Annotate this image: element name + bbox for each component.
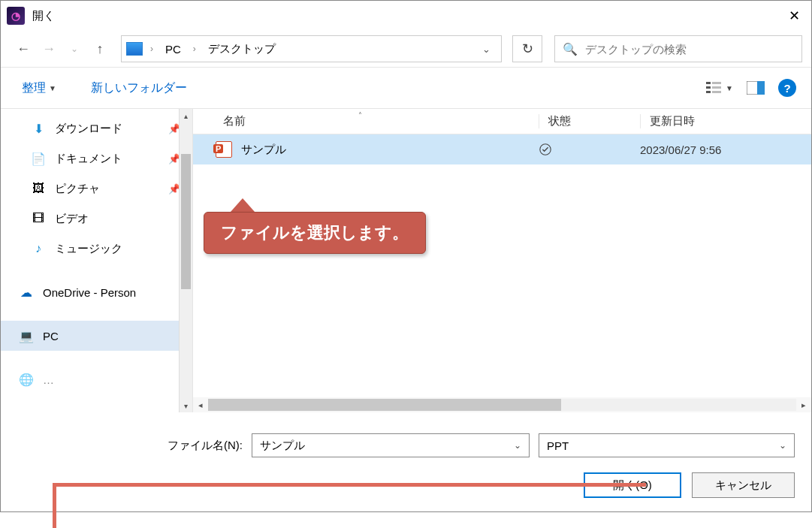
sidebar-item-label: ミュージック [55, 242, 122, 256]
pc-icon: 💻 [19, 328, 34, 343]
filetype-filter[interactable]: PPT ⌄ [539, 433, 795, 457]
onedrive-icon: ☁ [19, 285, 34, 300]
search-box[interactable]: 🔍 [554, 35, 802, 62]
videos-icon: 🎞 [31, 211, 46, 226]
crumb-location[interactable]: デスクトップ [204, 41, 280, 58]
horizontal-scrollbar[interactable]: ◂ ▸ [193, 397, 811, 412]
cancel-button[interactable]: キャンセル [692, 472, 795, 498]
body: ⬇ ダウンロード 📌 📄 ドキュメント 📌 🖼 ピクチャ 📌 🎞 ビデオ ♪ ミ… [1, 109, 811, 412]
synced-check-icon [539, 143, 552, 156]
scroll-track[interactable] [208, 399, 796, 411]
filter-value: PPT [547, 439, 569, 452]
powerpoint-icon [216, 141, 232, 158]
music-icon: ♪ [31, 241, 46, 256]
sidebar-item-videos[interactable]: 🎞 ビデオ [1, 204, 192, 234]
sidebar-item-onedrive[interactable]: ☁ OneDrive - Person [1, 277, 192, 307]
downloads-icon: ⬇ [31, 121, 46, 136]
file-name: サンプル [241, 143, 286, 157]
callout-text: ファイルを選択します。 [204, 212, 426, 254]
open-button[interactable]: 開く(O) [584, 472, 681, 498]
help-button[interactable]: ? [778, 79, 796, 97]
forward-button[interactable]: → [38, 38, 59, 59]
scroll-thumb[interactable] [208, 399, 561, 411]
scroll-down-icon[interactable]: ▾ [180, 399, 192, 412]
network-icon: 🌐 [19, 372, 34, 387]
scroll-left-icon[interactable]: ◂ [193, 400, 208, 410]
svg-rect-0 [706, 82, 711, 84]
titlebar: ◔ 開く ✕ [1, 1, 811, 31]
new-folder-button[interactable]: 新しいフォルダー [85, 76, 193, 101]
sidebar-item-label: ドキュメント [55, 152, 122, 166]
annotation-callout: ファイルを選択します。 [204, 198, 426, 254]
file-list: サンプル 2023/06/27 9:56 ファイルを選択します。 [193, 134, 811, 397]
svg-rect-2 [706, 91, 711, 93]
chevron-down-icon[interactable]: ⌄ [514, 440, 521, 451]
sidebar: ⬇ ダウンロード 📌 📄 ドキュメント 📌 🖼 ピクチャ 📌 🎞 ビデオ ♪ ミ… [1, 109, 193, 412]
chevron-down-icon: ▼ [49, 84, 56, 92]
toolbar: 整理 ▼ 新しいフォルダー ▼ ? [1, 67, 811, 109]
breadcrumb[interactable]: › PC › デスクトップ ⌄ [121, 35, 502, 62]
chevron-right-icon: › [146, 44, 158, 54]
close-button[interactable]: ✕ [777, 1, 811, 31]
dialog-title: 開く [32, 9, 55, 23]
desktop-icon [126, 42, 143, 56]
sidebar-item-label: OneDrive - Person [43, 286, 136, 299]
back-button[interactable]: ← [13, 38, 34, 59]
organize-label: 整理 [22, 80, 46, 96]
chevron-right-icon: › [189, 44, 201, 54]
svg-rect-3 [712, 82, 721, 84]
filename-value: サンプル [260, 439, 305, 453]
preview-pane-icon [747, 81, 765, 95]
file-modified: 2023/06/27 9:56 [640, 143, 811, 156]
scroll-thumb[interactable] [181, 154, 191, 289]
search-input[interactable] [585, 43, 794, 56]
sidebar-item-downloads[interactable]: ⬇ ダウンロード 📌 [1, 113, 192, 143]
sidebar-item-label: ビデオ [55, 212, 89, 226]
bottom-panel: ファイル名(N): サンプル ⌄ PPT ⌄ 開く(O) キャンセル [1, 412, 811, 511]
file-row[interactable]: サンプル 2023/06/27 9:56 [193, 134, 811, 164]
open-dialog: ◔ 開く ✕ ← → ⌄ ↑ › PC › デスクトップ ⌄ ↻ 🔍 整理 ▼ [0, 0, 812, 512]
filename-label: ファイル名(N): [17, 439, 243, 453]
new-folder-label: 新しいフォルダー [91, 80, 187, 96]
sidebar-item-pc[interactable]: 💻 PC [1, 321, 192, 351]
col-state[interactable]: 状態 [539, 114, 640, 128]
sidebar-item-label: ピクチャ [55, 182, 100, 196]
col-modified[interactable]: 更新日時 [640, 114, 811, 128]
sidebar-item-label: ダウンロード [55, 122, 122, 136]
sidebar-item-label: … [43, 373, 54, 386]
crumb-pc[interactable]: PC [161, 41, 186, 57]
history-dropdown[interactable]: ⌄ [64, 38, 85, 59]
sort-asc-icon: ˄ [358, 111, 362, 119]
view-menu[interactable]: ▼ [706, 81, 733, 95]
sidebar-item-network[interactable]: 🌐 … [1, 364, 192, 394]
sidebar-item-documents[interactable]: 📄 ドキュメント 📌 [1, 143, 192, 173]
chevron-down-icon: ▼ [726, 84, 733, 92]
scroll-up-icon[interactable]: ▴ [180, 109, 192, 122]
column-headers: 名前˄ 状態 更新日時 [193, 109, 811, 134]
col-name[interactable]: 名前˄ [193, 114, 539, 128]
svg-rect-5 [712, 91, 721, 93]
svg-rect-1 [706, 86, 711, 89]
up-button[interactable]: ↑ [89, 38, 110, 59]
refresh-button[interactable]: ↻ [512, 35, 542, 62]
sidebar-scrollbar[interactable]: ▴ ▾ [179, 109, 192, 412]
sidebar-item-music[interactable]: ♪ ミュージック [1, 234, 192, 264]
pictures-icon: 🖼 [31, 181, 46, 196]
file-pane: 名前˄ 状態 更新日時 サンプル 2023/06/27 9:56 [193, 109, 811, 412]
file-state [539, 143, 640, 156]
preview-pane-button[interactable] [747, 81, 765, 95]
svg-rect-7 [757, 81, 765, 95]
organize-menu[interactable]: 整理 ▼ [16, 76, 62, 101]
search-icon: 🔍 [563, 42, 578, 56]
nav-row: ← → ⌄ ↑ › PC › デスクトップ ⌄ ↻ 🔍 [1, 31, 811, 67]
documents-icon: 📄 [31, 151, 46, 166]
sidebar-item-pictures[interactable]: 🖼 ピクチャ 📌 [1, 173, 192, 204]
filename-combo[interactable]: サンプル ⌄ [252, 433, 530, 457]
list-view-icon [706, 81, 723, 95]
chevron-down-icon[interactable]: ⌄ [476, 44, 497, 55]
sidebar-item-label: PC [43, 330, 59, 342]
app-icon: ◔ [7, 7, 25, 25]
svg-rect-4 [712, 86, 721, 89]
chevron-down-icon[interactable]: ⌄ [779, 440, 786, 451]
scroll-right-icon[interactable]: ▸ [796, 400, 811, 410]
